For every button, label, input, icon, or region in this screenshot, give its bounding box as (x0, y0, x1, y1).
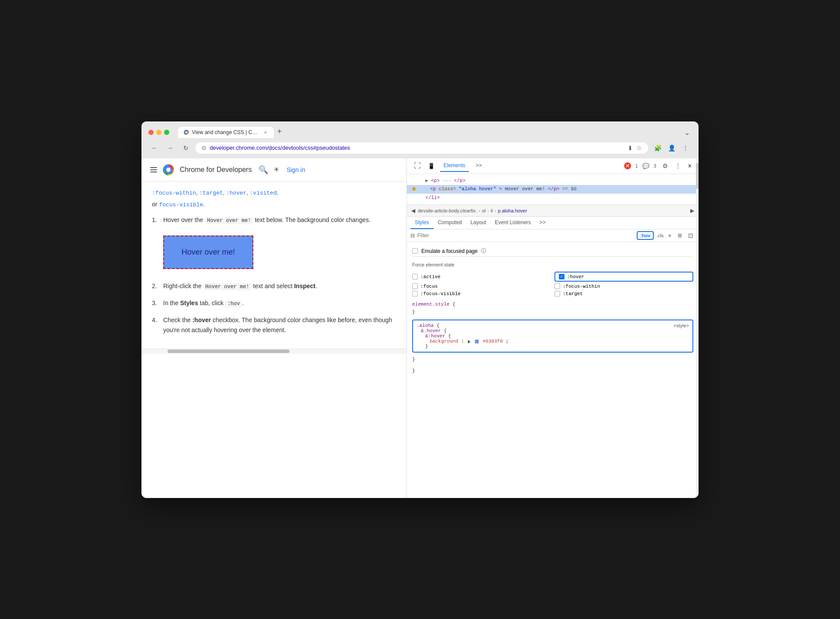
article-content: :focus-within, :target, :hover, :visited… (141, 182, 407, 349)
new-tab-button[interactable]: + (275, 127, 285, 136)
breadcrumb-item-p[interactable]: p.aloha.hover (498, 208, 527, 213)
inspect-label: Inspect (294, 283, 316, 289)
hover-demo-box[interactable]: Hover over me! (163, 235, 253, 269)
bookmark-icon[interactable]: ☆ (636, 145, 642, 151)
traffic-light-yellow[interactable] (156, 130, 161, 135)
step-3: 3. In the Styles tab, click :hov. (152, 298, 396, 308)
tab-computed[interactable]: Computed (433, 217, 466, 229)
expand-triangle[interactable] (468, 340, 470, 343)
styles-tabs: Styles Computed Layout Event Listeners >… (407, 217, 699, 229)
hover-pseudo-line: &:hover { (417, 333, 689, 339)
hamburger-line (150, 172, 157, 172)
hover-checkbox[interactable] (559, 274, 564, 279)
devtools-more-icon[interactable]: ⋮ (673, 161, 683, 171)
add-style-rule-icon[interactable]: + (666, 231, 673, 240)
search-icon[interactable]: 🔍 (259, 165, 268, 175)
dom-row-selected[interactable]: <p class= "aloha hover" > Hover over me!… (407, 185, 699, 194)
horizontal-scrollbar[interactable] (141, 349, 407, 354)
scrollbar-thumb[interactable] (168, 350, 289, 353)
state-target: :target (554, 291, 693, 296)
browser-window: View and change CSS | Chr... × + ⌄ ← → ↻… (141, 121, 699, 498)
breadcrumb-forward-btn[interactable]: ▶ (689, 207, 695, 215)
tab-more-styles[interactable]: >> (535, 217, 550, 229)
hov-button[interactable]: :hov (637, 231, 654, 240)
download-to-page-icon[interactable]: ⬇ (628, 145, 633, 151)
step-4-num: 4. (152, 315, 159, 335)
theme-toggle-icon[interactable]: ☀ (273, 165, 279, 174)
breadcrumb-link2[interactable]: :target (199, 190, 223, 196)
styles-label: Styles (180, 299, 198, 306)
inspect-element-icon[interactable]: ⛶ (412, 160, 423, 172)
hover-checkbox-label: :hover (192, 316, 211, 323)
address-bar[interactable]: ⊙ developer.chrome.com/docs/devtools/css… (195, 142, 648, 154)
breadcrumb-link3[interactable]: :hover (226, 190, 247, 196)
tab-styles[interactable]: Styles (410, 217, 433, 229)
active-tab[interactable]: View and change CSS | Chr... × (178, 127, 274, 138)
toggle-sidebar-icon[interactable]: ⊡ (686, 231, 695, 240)
secure-icon: ⊙ (202, 145, 206, 151)
open-brace-1: { (452, 302, 455, 307)
active-label: :active (420, 274, 440, 279)
devtools-panel: ⛶ 📱 Elements >> ✕ 1 💬 3 ⚙ ⋮ × (407, 158, 699, 498)
close-brace-5: } (412, 357, 415, 362)
hamburger-line (150, 167, 157, 168)
close-brace-1: } (412, 310, 415, 315)
breadcrumb-item-li[interactable]: li (491, 208, 493, 213)
style-source[interactable]: <style> (674, 323, 689, 328)
tab-dropdown-button[interactable]: ⌄ (682, 127, 692, 138)
device-toggle-icon[interactable]: 📱 (426, 161, 437, 171)
dom-ellipsis[interactable]: ··· (443, 178, 454, 183)
breadcrumb-item-1[interactable]: devsite-article-body.clearfix. (418, 208, 477, 213)
hamburger-menu[interactable] (150, 167, 157, 172)
back-button[interactable]: ← (148, 142, 161, 154)
devtools-scrollbar[interactable] (696, 158, 699, 498)
emulate-help-icon[interactable]: ⓘ (481, 247, 486, 255)
tab-event-listeners[interactable]: Event Listeners (491, 217, 535, 229)
reload-button[interactable]: ↻ (180, 142, 192, 154)
state-active: :active (412, 272, 551, 282)
step-3-content: In the Styles tab, click :hov. (163, 298, 396, 308)
step-1-content: Hover over the Hover over me! text below… (163, 215, 396, 274)
extensions-icon[interactable]: 🧩 (652, 142, 664, 154)
forward-button[interactable]: → (164, 142, 176, 154)
tab-layout[interactable]: Layout (466, 217, 491, 229)
breadcrumb-item-ol[interactable]: ol (482, 208, 486, 213)
focus-visible-checkbox[interactable] (412, 291, 418, 296)
traffic-light-green[interactable] (164, 130, 169, 135)
devtools-scrollbar-thumb[interactable] (696, 163, 699, 189)
tab-more[interactable]: >> (472, 160, 485, 172)
breadcrumb-link4[interactable]: :visited (250, 190, 277, 196)
breadcrumb-link[interactable]: :focus-within (152, 190, 196, 196)
focus-within-checkbox[interactable] (554, 283, 560, 289)
color-swatch[interactable] (475, 340, 479, 343)
dom-row-p[interactable]: ▶ <p> ··· </p> (407, 177, 699, 185)
dom-row-li[interactable]: </li> (407, 194, 699, 202)
state-focus: :focus (412, 283, 551, 289)
focus-checkbox[interactable] (412, 283, 418, 289)
cls-button[interactable]: .cls (656, 233, 664, 238)
active-checkbox[interactable] (412, 274, 418, 279)
emulate-focused-checkbox[interactable] (412, 248, 418, 254)
hover-label: :hover (567, 274, 585, 279)
close-hover-nested: } (412, 356, 693, 364)
breadcrumb-back-btn[interactable]: ◀ (410, 207, 416, 215)
sign-in-button[interactable]: Sign in (286, 166, 305, 173)
focus-visible-text: or focus-visible. (152, 201, 396, 208)
toolbar-icons: 🧩 👤 ⋮ (652, 142, 692, 154)
more-options-icon[interactable]: ⋮ (679, 142, 692, 154)
devtools-close-icon[interactable]: × (686, 161, 693, 171)
focus-visible-label: :focus-visible (420, 291, 460, 296)
new-style-rule-icon[interactable]: ⊞ (676, 232, 684, 239)
element-style-selector: element.style (412, 302, 452, 307)
tab-close-button[interactable]: × (262, 129, 269, 135)
filter-input[interactable] (417, 232, 634, 239)
aloha-selector-line: .aloha { (417, 323, 689, 328)
profile-icon[interactable]: 👤 (665, 142, 678, 154)
settings-icon[interactable]: ⚙ (661, 161, 670, 171)
tab-elements[interactable]: Elements (440, 160, 469, 172)
traffic-light-red[interactable] (148, 130, 154, 135)
dom-triangle[interactable]: ▶ (426, 178, 428, 183)
focus-visible-code: focus-visible (159, 202, 203, 208)
target-checkbox[interactable] (554, 291, 560, 296)
tab-bar: View and change CSS | Chr... × + (178, 127, 679, 138)
